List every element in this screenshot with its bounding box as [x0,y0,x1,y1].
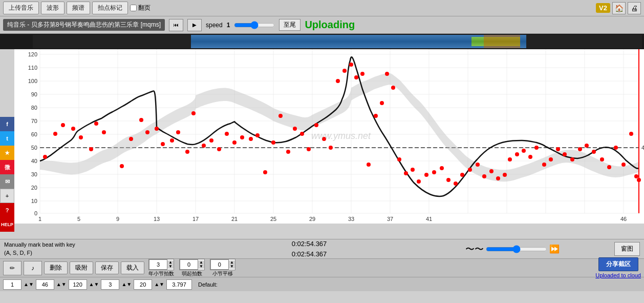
twitter-btn[interactable]: t [0,131,14,146]
speed-label: speed [206,22,223,29]
svg-point-61 [71,127,75,131]
upload-music-btn[interactable]: 上传音乐 [3,2,39,14]
home-icon[interactable]: 🏠 [612,2,626,14]
svg-point-94 [336,79,340,83]
svg-text:9: 9 [116,216,119,222]
prev-btn[interactable]: ⏮ [169,19,183,31]
up-arrow-1[interactable]: ▲▼ [24,281,34,287]
param-field-3[interactable] [69,279,87,290]
svg-point-109 [432,170,436,174]
svg-text:20: 20 [31,185,37,191]
svg-point-88 [293,127,297,131]
speed-slider[interactable] [234,21,275,29]
svg-point-85 [271,140,275,145]
svg-point-95 [342,69,347,73]
param-field-4[interactable] [101,279,119,290]
beat-count-down[interactable]: ▼ [167,265,174,269]
svg-point-108 [424,173,428,177]
param-field-1[interactable] [3,279,22,290]
svg-point-121 [515,152,519,156]
stop-btn[interactable]: 至尾 [279,19,300,31]
svg-point-106 [411,168,415,172]
svg-point-107 [417,179,421,184]
up-arrow-4[interactable]: ▲▼ [121,281,132,287]
svg-point-96 [349,63,353,67]
measure-shift-down[interactable]: ▼ [229,265,235,269]
upload-status[interactable]: Uploaded to cloud [595,272,641,278]
svg-point-115 [476,163,480,167]
status-bar: Manually mark beat with key (A, S, D, F)… [0,239,644,258]
svg-point-89 [300,132,304,136]
svg-point-99 [367,163,371,167]
svg-text:50: 50 [31,145,37,151]
svg-text:120: 120 [28,51,37,57]
add-btn[interactable]: + [0,189,14,203]
facebook-btn[interactable]: f [0,117,14,131]
print-icon[interactable]: 🖨 [628,2,641,14]
weak-beat-down[interactable]: ▼ [198,265,204,269]
svg-point-103 [391,86,395,90]
weak-beat-spinner: ▲ ▼ 弱起拍数 [179,259,205,277]
chart-area[interactable]: 120 110 100 90 80 70 60 50 40 30 20 10 0… [14,49,644,224]
svg-point-71 [161,142,165,146]
svg-text:30: 30 [31,171,37,177]
svg-text:21: 21 [231,216,238,222]
save-btn[interactable]: 保存 [95,261,119,274]
param-field-6[interactable] [166,279,192,290]
waveform-bar [0,34,644,49]
delete-btn[interactable]: 删除 [44,261,68,274]
waveform-btn[interactable]: 波形 [41,2,65,14]
svg-text:5: 5 [77,216,80,222]
fast-forward-icon[interactable]: ⏩ [549,244,560,254]
waveform-container[interactable] [33,35,642,48]
svg-point-70 [155,127,159,131]
beat-count-input[interactable] [149,259,167,270]
svg-point-132 [592,150,596,154]
svg-text:13: 13 [154,216,160,222]
weak-beat-input[interactable] [180,259,198,270]
svg-point-101 [380,101,384,105]
split-upload-btn[interactable]: 分享截区 [598,257,638,271]
music-btn[interactable]: ♪ [24,261,42,275]
play-btn[interactable]: ▶ [187,19,202,31]
spectrum-btn[interactable]: 频谱 [67,2,90,14]
load-btn[interactable]: 载入 [121,261,144,274]
param-field-5[interactable] [134,279,152,290]
speed-value: 1 [227,22,230,29]
svg-point-69 [145,130,149,134]
view-btn[interactable]: 窗图 [614,242,640,256]
up-arrow-3[interactable]: ▲▼ [89,281,99,287]
star-btn[interactable]: ★ [0,146,14,160]
svg-point-110 [440,166,444,170]
svg-point-120 [508,157,512,161]
param-field-2[interactable] [36,279,54,290]
beat-mark-btn[interactable]: 拍点标记 [92,2,128,14]
svg-text:0: 0 [34,210,37,216]
svg-point-127 [556,147,560,151]
svg-text:1: 1 [38,216,41,222]
measure-shift-input[interactable] [210,259,229,270]
email-btn[interactable]: ✉ [0,174,14,189]
svg-point-76 [202,144,206,148]
svg-point-131 [585,144,589,148]
svg-text:60: 60 [31,131,37,137]
help-btn[interactable]: ? [0,203,14,217]
erase-btn[interactable]: ✏ [3,261,22,275]
svg-point-66 [120,164,124,168]
playback-control: 〜〜 ⏩ [411,243,614,255]
svg-point-124 [534,146,539,150]
volume-slider[interactable] [486,245,547,253]
snap-btn[interactable]: 吸附 [70,261,93,274]
weibo-btn[interactable]: 微 [0,160,14,174]
up-arrow-2[interactable]: ▲▼ [56,281,67,287]
svg-point-130 [578,147,582,151]
time-display: 0:02:54.367 0:02:54.367 [207,239,411,259]
svg-point-64 [94,122,98,126]
svg-point-59 [53,132,57,136]
beat-hint: Manually mark beat with key (A, S, D, F) [4,241,207,257]
svg-point-73 [176,130,180,134]
svg-point-79 [225,132,229,136]
page-flip-checkbox[interactable] [130,5,137,11]
svg-text:29: 29 [309,216,315,222]
up-arrow-5[interactable]: ▲▼ [154,281,164,287]
